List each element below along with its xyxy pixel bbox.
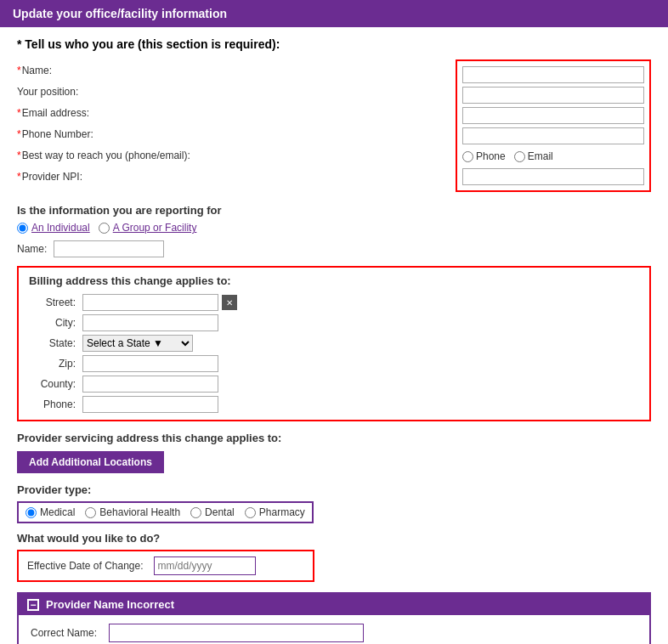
pharmacy-radio[interactable] — [245, 507, 256, 518]
medical-radio-label[interactable]: Medical — [25, 506, 75, 518]
dental-radio-text: Dental — [205, 506, 235, 518]
page-wrapper: Update your office/facility information … — [0, 0, 668, 644]
individual-name-row: Name: — [17, 240, 651, 257]
zip-row: Zip: — [29, 355, 639, 372]
phone-input[interactable] — [462, 127, 644, 144]
behavioral-radio-label[interactable]: Behavioral Health — [85, 506, 180, 518]
effective-date-input[interactable] — [154, 556, 256, 575]
group-radio-text: A Group or Facility — [113, 222, 197, 234]
add-locations-button[interactable]: Add Additional Locations — [17, 451, 164, 473]
provider-type-options: Medical Behavioral Health Dental Pharmac… — [17, 501, 314, 523]
zip-input[interactable] — [82, 355, 218, 372]
is-info-for-title: Is the information you are reporting for — [17, 204, 651, 217]
street-clear-button[interactable]: ✕ — [222, 295, 237, 310]
provider-servicing-label: Provider servicing address this change a… — [17, 432, 651, 444]
billing-section: Billing address this change applies to: … — [17, 266, 651, 421]
provider-type-section: Provider type: Medical Behavioral Health… — [17, 483, 651, 523]
phone-required-star: * — [17, 128, 21, 140]
pharmacy-radio-label[interactable]: Pharmacy — [245, 506, 305, 518]
is-info-for-options: An Individual A Group or Facility — [17, 222, 651, 234]
address-grid: Street: ✕ City: State: Select a State ▼ … — [29, 294, 639, 413]
dental-radio-label[interactable]: Dental — [190, 506, 235, 518]
state-label: State: — [29, 337, 76, 349]
individual-radio-text: An Individual — [31, 222, 90, 234]
what-todo-label: What would you like to do? — [17, 532, 651, 545]
individual-radio[interactable] — [17, 223, 28, 234]
county-input[interactable] — [82, 376, 218, 393]
name-input[interactable] — [462, 66, 644, 83]
is-info-for-section: Is the information you are reporting for… — [17, 204, 651, 257]
medical-radio[interactable] — [25, 507, 37, 518]
position-input[interactable] — [462, 87, 644, 104]
county-row: County: — [29, 376, 639, 393]
effective-date-row: Effective Date of Change: — [17, 550, 314, 582]
phone-radio-label[interactable]: Phone — [462, 150, 506, 162]
city-input[interactable] — [82, 314, 218, 331]
npi-input[interactable] — [462, 168, 644, 185]
email-required-star: * — [17, 107, 21, 119]
email-radio[interactable] — [514, 151, 525, 162]
state-select[interactable]: Select a State ▼ Alabama Alaska Arizona … — [82, 335, 193, 352]
group-radio[interactable] — [99, 223, 110, 234]
individual-name-input[interactable] — [54, 240, 164, 257]
header-bar: Update your office/facility information — [0, 0, 668, 27]
pharmacy-radio-text: Pharmacy — [259, 506, 305, 518]
individual-radio-label[interactable]: An Individual — [17, 222, 90, 234]
npi-label-row: *Provider NPI: — [17, 167, 439, 186]
provider-name-header: − Provider Name Incorrect — [19, 594, 649, 615]
street-label: Street: — [29, 297, 76, 308]
email-radio-text: Email — [528, 150, 553, 162]
provider-type-label: Provider type: — [17, 483, 651, 496]
contact-method-row: Phone Email — [462, 150, 644, 162]
reach-required-star: * — [17, 150, 21, 161]
street-wrapper: ✕ — [82, 294, 237, 311]
who-are-you-section: *Name: Your position: *Email address: *P… — [17, 59, 651, 192]
correct-name-label: Correct Name: — [31, 627, 97, 639]
city-row: City: — [29, 314, 639, 331]
county-label: County: — [29, 378, 76, 390]
phone-billing-label: Phone: — [29, 398, 76, 410]
phone-radio[interactable] — [462, 151, 473, 162]
header-title: Update your office/facility information — [13, 7, 227, 20]
behavioral-radio[interactable] — [85, 507, 96, 518]
name-required-star: * — [17, 65, 21, 76]
minus-icon[interactable]: − — [27, 599, 39, 611]
labels-column: *Name: Your position: *Email address: *P… — [17, 59, 439, 192]
provider-name-section: − Provider Name Incorrect Correct Name: — [17, 592, 651, 644]
provider-name-title: Provider Name Incorrect — [46, 598, 174, 611]
provider-name-body: Correct Name: — [19, 615, 649, 644]
group-radio-label[interactable]: A Group or Facility — [99, 222, 197, 234]
phone-radio-text: Phone — [476, 150, 506, 162]
behavioral-radio-text: Behavioral Health — [99, 506, 180, 518]
dental-radio[interactable] — [190, 507, 201, 518]
inputs-column: Phone Email — [456, 59, 651, 192]
correct-name-input[interactable] — [109, 624, 364, 642]
main-content: * Tell us who you are (this section is r… — [0, 27, 668, 644]
city-label: City: — [29, 317, 76, 329]
email-input[interactable] — [462, 107, 644, 124]
section-who-title: * Tell us who you are (this section is r… — [17, 37, 651, 51]
email-label-row: *Email address: — [17, 104, 439, 122]
state-row: State: Select a State ▼ Alabama Alaska A… — [29, 335, 639, 352]
zip-label: Zip: — [29, 358, 76, 370]
phone-label-row: *Phone Number: — [17, 125, 439, 144]
npi-required-star: * — [17, 171, 21, 183]
street-input[interactable] — [82, 294, 218, 311]
email-radio-label[interactable]: Email — [514, 150, 553, 162]
billing-title: Billing address this change applies to: — [29, 274, 639, 287]
name-label-row: *Name: — [17, 61, 439, 80]
effective-date-label: Effective Date of Change: — [27, 560, 144, 572]
phone-billing-row: Phone: — [29, 396, 639, 413]
medical-radio-text: Medical — [40, 506, 75, 518]
individual-name-label: Name: — [17, 243, 47, 255]
reach-label-row: *Best way to reach you (phone/email): — [17, 146, 439, 165]
position-label-row: Your position: — [17, 82, 439, 101]
street-row: Street: ✕ — [29, 294, 639, 311]
phone-billing-input[interactable] — [82, 396, 218, 413]
